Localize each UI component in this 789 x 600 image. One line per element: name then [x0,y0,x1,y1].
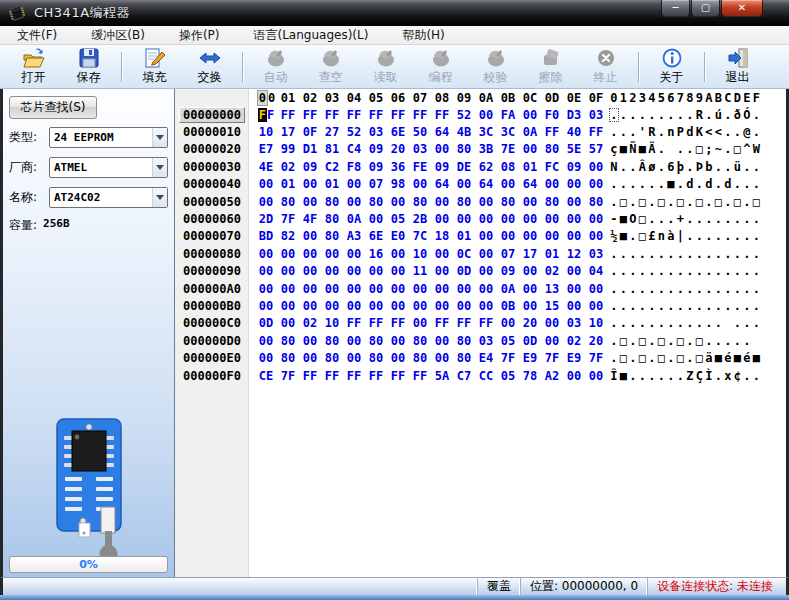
hex-byte[interactable]: 09 [431,160,453,174]
hex-byte[interactable]: 00 [563,177,585,191]
hex-byte[interactable]: 00 [365,282,387,296]
ascii-char[interactable]: d [723,177,733,191]
hex-byte[interactable]: 00 [541,229,563,243]
ascii-char[interactable]: . [714,282,724,296]
ascii-char[interactable]: □ [733,142,743,156]
hex-byte[interactable]: 00 [475,247,497,261]
ascii-char[interactable]: . [685,229,695,243]
ascii-char[interactable]: . [619,264,629,278]
ascii-char[interactable]: . [619,282,629,296]
ascii-char[interactable]: . [685,160,695,174]
ascii-char[interactable]: . [752,299,762,313]
hex-byte[interactable]: 00 [255,299,277,313]
ascii-char[interactable]: . [752,316,762,330]
ascii-char[interactable]: . [733,316,743,330]
ascii-char[interactable]: □ [676,334,686,348]
ascii-char[interactable]: . [657,212,667,226]
ascii-char[interactable]: □ [619,195,629,209]
chip-find-button[interactable]: 芯片查找(S) [9,96,97,119]
hex-byte[interactable]: 7F [277,212,299,226]
ascii-char[interactable]: n [666,125,676,139]
hex-byte[interactable]: 00 [431,195,453,209]
hex-byte[interactable]: 00 [563,299,585,313]
hex-byte[interactable]: 3C [497,125,519,139]
ascii-char[interactable]: . [733,264,743,278]
hex-byte[interactable]: 00 [475,108,497,122]
ascii-char[interactable]: . [733,247,743,261]
hex-byte[interactable]: 80 [321,229,343,243]
ascii-char[interactable]: . [628,177,638,191]
hex-byte[interactable]: 80 [585,195,607,209]
ascii-char[interactable]: . [628,195,638,209]
hex-byte[interactable]: E9 [563,351,585,365]
hex-byte[interactable]: 00 [475,264,497,278]
ascii-char[interactable]: □ [657,334,667,348]
toolbar-button-fill[interactable]: 填充 [129,47,180,87]
hex-byte[interactable]: 00 [365,212,387,226]
hex-byte[interactable]: 4B [453,125,475,139]
ascii-char[interactable]: ; [704,142,714,156]
ascii-char[interactable]: . [723,195,733,209]
ascii-char[interactable]: . [752,108,762,122]
hex-byte[interactable]: 00 [321,299,343,313]
hex-byte[interactable]: C2 [321,160,343,174]
hex-byte[interactable]: 00 [431,282,453,296]
hex-byte[interactable]: 03 [585,247,607,261]
ascii-char[interactable]: . [723,108,733,122]
row-address[interactable]: 000000E0 [179,351,245,365]
ascii-char[interactable]: . [704,108,714,122]
hex-byte[interactable]: 80 [277,351,299,365]
hex-byte[interactable]: 36 [387,160,409,174]
hex-byte[interactable]: 10 [585,316,607,330]
hex-byte[interactable]: 00 [299,282,321,296]
ascii-char[interactable]: . [742,177,752,191]
ascii-char[interactable]: □ [733,195,743,209]
hex-byte[interactable]: 01 [453,229,475,243]
ascii-char[interactable]: ä [704,351,714,365]
ascii-char[interactable]: . [695,316,705,330]
ascii-char[interactable]: . [685,108,695,122]
ascii-char[interactable]: . [676,247,686,261]
ascii-char[interactable]: Ñ [628,142,638,156]
hex-byte[interactable]: 00 [519,195,541,209]
hex-byte[interactable]: FF [321,108,343,122]
hex-byte[interactable]: 00 [541,316,563,330]
hex-byte[interactable]: 00 [277,247,299,261]
hex-byte[interactable]: 00 [343,299,365,313]
hex-byte[interactable]: 7F [497,351,519,365]
hex-byte[interactable]: 0B [497,299,519,313]
ascii-char[interactable]: . [723,299,733,313]
hex-byte[interactable]: FE [409,160,431,174]
hex-byte[interactable]: 80 [277,334,299,348]
hex-byte[interactable]: 00 [585,369,607,383]
ascii-char[interactable]: □ [638,195,648,209]
hex-byte[interactable]: 00 [497,316,519,330]
hex-byte[interactable]: 00 [585,299,607,313]
ascii-char[interactable]: . [714,212,724,226]
menu-item-2[interactable]: 操作(P) [162,26,237,44]
ascii-char[interactable]: . [685,247,695,261]
hex-byte[interactable]: 0A [519,125,541,139]
hex-byte[interactable]: 00 [255,282,277,296]
hex-byte[interactable]: 10 [255,125,277,139]
ascii-char[interactable]: Ì [704,369,714,383]
ascii-char[interactable]: b [704,160,714,174]
hex-byte[interactable]: 09 [299,160,321,174]
hex-byte[interactable]: 2D [255,212,277,226]
hex-byte[interactable]: 00 [343,195,365,209]
ascii-char[interactable]: N [609,160,619,174]
hex-byte[interactable]: 00 [585,177,607,191]
ascii-char[interactable]: □ [638,229,648,243]
hex-byte[interactable]: 3B [475,142,497,156]
ascii-char[interactable]: . [666,316,676,330]
ascii-char[interactable]: □ [638,334,648,348]
ascii-char[interactable]: . [685,142,695,156]
ascii-char[interactable]: . [657,264,667,278]
hex-byte[interactable]: 40 [563,125,585,139]
ascii-char[interactable]: . [609,195,619,209]
ascii-char[interactable]: R [647,125,657,139]
ascii-char[interactable]: . [742,282,752,296]
ascii-char[interactable]: . [752,264,762,278]
row-address[interactable]: 00000000 [179,107,245,123]
hex-byte[interactable]: 80 [321,334,343,348]
